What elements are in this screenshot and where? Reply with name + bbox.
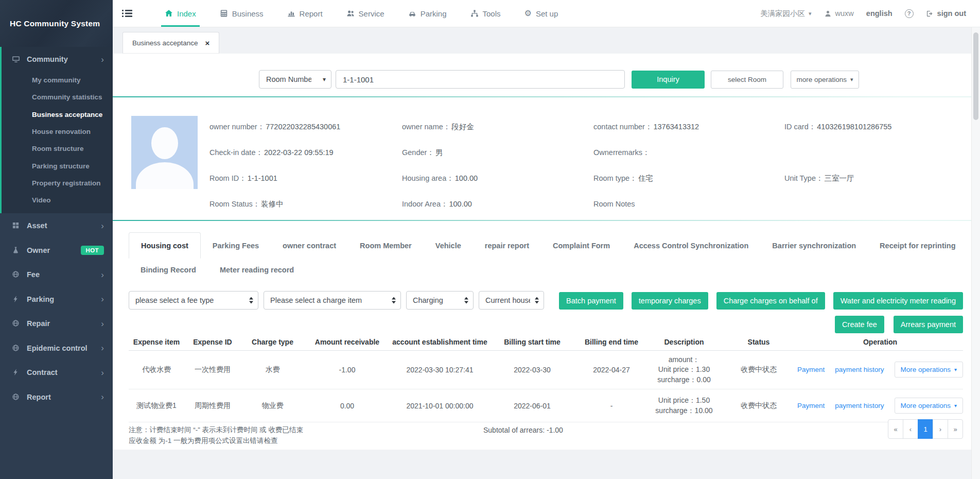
pagination-last[interactable]: » bbox=[948, 419, 963, 439]
charge-on-behalf-button[interactable]: Charge charges on behalf of bbox=[716, 292, 825, 310]
nav-parking[interactable]: Parking bbox=[396, 0, 459, 27]
inquiry-button[interactable]: Inquiry bbox=[632, 71, 705, 89]
sidebar-item-video[interactable]: Video bbox=[0, 192, 113, 209]
row-more-operations-button[interactable]: More operations ▾ bbox=[895, 398, 964, 414]
field-id-card: ID card：410326198101286755 bbox=[784, 122, 891, 132]
help-icon[interactable]: ? bbox=[905, 9, 914, 18]
info-spacer bbox=[784, 147, 891, 158]
tab-access-control-sync[interactable]: Access Control Synchronization bbox=[622, 232, 760, 259]
fee-type-select[interactable]: please select a fee type bbox=[129, 291, 258, 310]
tab-complaint-form[interactable]: Complaint Form bbox=[541, 232, 622, 259]
user-menu[interactable]: wuxw bbox=[824, 9, 854, 18]
scrollbar-thumb[interactable] bbox=[973, 32, 978, 120]
charging-select[interactable]: Charging bbox=[406, 291, 474, 310]
field-owner-name: owner name：段好金 bbox=[402, 122, 593, 132]
sidebar-item-house-renovation[interactable]: House renovation bbox=[0, 123, 113, 140]
sign-out-button[interactable]: sign out bbox=[926, 9, 966, 18]
nav-index[interactable]: Index bbox=[153, 0, 208, 27]
nav-business[interactable]: Business bbox=[208, 0, 275, 27]
tab-parking-fees[interactable]: Parking Fees bbox=[201, 232, 271, 259]
sidebar-item-room-structure[interactable]: Room structure bbox=[0, 140, 113, 157]
sidebar-item-contract[interactable]: Contract › bbox=[0, 360, 113, 385]
monitor-icon bbox=[12, 55, 20, 63]
meter-reading-button[interactable]: Water and electricity meter reading bbox=[833, 292, 963, 310]
tab-repair-report[interactable]: repair report bbox=[473, 232, 541, 259]
arrears-subtotal: Subtotal of arrears: -1.00 bbox=[483, 426, 563, 434]
col-operation: Operation bbox=[797, 334, 963, 350]
car-icon bbox=[408, 9, 416, 18]
payment-history-link[interactable]: payment history bbox=[835, 366, 884, 373]
pagination-page-1[interactable]: 1 bbox=[918, 419, 933, 439]
sidebar-item-asset[interactable]: Asset › bbox=[0, 213, 113, 238]
arrears-payment-button[interactable]: Arrears payment bbox=[894, 316, 963, 333]
open-tabs-strip: Business acceptance × bbox=[113, 27, 980, 54]
sidebar-item-repair[interactable]: Repair › bbox=[0, 311, 113, 336]
sidebar-item-parking-structure[interactable]: Parking structure bbox=[0, 157, 113, 174]
sidebar-item-my-community[interactable]: My community bbox=[0, 72, 113, 89]
tab-owner-contract[interactable]: owner contract bbox=[271, 232, 348, 259]
tab-room-member[interactable]: Room Member bbox=[348, 232, 424, 259]
payment-link[interactable]: Payment bbox=[797, 366, 825, 373]
gear-icon: ⚙ bbox=[524, 9, 532, 18]
sidebar-item-parking[interactable]: Parking › bbox=[0, 287, 113, 312]
caret-down-icon: ▾ bbox=[954, 367, 957, 372]
tab-business-acceptance[interactable]: Business acceptance × bbox=[122, 32, 219, 54]
topbar-right: 美满家园小区 ▾ wuxw english ? sign out bbox=[760, 9, 980, 19]
community-selector[interactable]: 美满家园小区 ▾ bbox=[760, 9, 812, 19]
charge-item-select[interactable]: Please select a charge item bbox=[264, 291, 401, 310]
sidebar-item-owner[interactable]: Owner HOT bbox=[0, 238, 113, 263]
tab-vehicle[interactable]: Vehicle bbox=[424, 232, 473, 259]
sidebar-item-community[interactable]: Community › bbox=[0, 47, 113, 72]
payment-history-link[interactable]: payment history bbox=[835, 402, 884, 409]
more-operations-button[interactable]: more operations ▾ bbox=[791, 71, 859, 89]
row-more-operations-button[interactable]: More operations ▾ bbox=[895, 362, 964, 378]
nav-tools[interactable]: Tools bbox=[459, 0, 513, 27]
payment-link[interactable]: Payment bbox=[797, 402, 825, 409]
sidebar-item-epidemic-control[interactable]: Epidemic control › bbox=[0, 336, 113, 361]
globe-icon bbox=[12, 319, 20, 328]
sidebar-item-business-acceptance[interactable]: Business acceptance bbox=[0, 106, 113, 123]
select-room-button[interactable]: select Room bbox=[711, 71, 783, 89]
language-switch[interactable]: english bbox=[866, 9, 892, 18]
nav-service[interactable]: Service bbox=[335, 0, 396, 27]
tab-barrier-sync[interactable]: Barrier synchronization bbox=[760, 232, 868, 259]
caret-down-icon: ▾ bbox=[809, 10, 812, 17]
pagination-prev[interactable]: ‹ bbox=[903, 419, 918, 439]
tab-housing-cost[interactable]: Housing cost bbox=[129, 232, 201, 259]
sidebar-item-property-registration[interactable]: Property registration bbox=[0, 175, 113, 192]
pagination-first[interactable]: « bbox=[888, 419, 903, 439]
sidebar-item-community-statistics[interactable]: Community statistics bbox=[0, 89, 113, 106]
detail-tabs-row-1: Housing cost Parking Fees owner contract… bbox=[129, 232, 963, 259]
select-arrows-icon bbox=[535, 297, 539, 304]
bar-chart-icon bbox=[287, 9, 295, 18]
user-icon bbox=[824, 10, 832, 18]
pagination-next[interactable]: › bbox=[933, 419, 948, 439]
chevron-right-icon: › bbox=[101, 344, 104, 352]
temporary-charges-button[interactable]: temporary charges bbox=[632, 292, 708, 310]
close-icon[interactable]: × bbox=[205, 39, 210, 47]
batch-payment-button[interactable]: Batch payment bbox=[559, 292, 623, 310]
divider bbox=[113, 96, 971, 97]
search-field-select[interactable]: Room Number ▾ bbox=[259, 70, 331, 89]
sitemap-icon bbox=[470, 9, 479, 18]
table-row: 代收水费 一次性费用 水费 -1.00 2022-03-30 10:27:41 … bbox=[129, 350, 963, 389]
sidebar-item-fee[interactable]: Fee › bbox=[0, 262, 113, 287]
home-icon bbox=[165, 9, 173, 18]
tab-binding-record[interactable]: Binding Record bbox=[129, 259, 208, 281]
create-fee-button[interactable]: Create fee bbox=[835, 316, 884, 333]
select-arrows-icon bbox=[249, 297, 253, 304]
tab-meter-reading-record[interactable]: Meter reading record bbox=[208, 259, 306, 281]
col-billing-end: Billing end time bbox=[575, 334, 648, 350]
tab-receipt-reprinting[interactable]: Receipt for reprinting bbox=[868, 232, 967, 259]
house-select[interactable]: Current house bbox=[479, 291, 544, 310]
fee-filters: please select a fee type Please select a… bbox=[129, 291, 544, 310]
room-number-input[interactable] bbox=[336, 70, 625, 89]
scrollbar-track[interactable] bbox=[971, 27, 980, 479]
field-unit-type: Unit Type：三室一厅 bbox=[784, 173, 891, 183]
bolt-icon bbox=[12, 368, 20, 377]
select-arrows-icon bbox=[464, 297, 468, 304]
sidebar-toggle-icon[interactable] bbox=[122, 9, 132, 18]
sidebar-item-report[interactable]: Report › bbox=[0, 385, 113, 409]
nav-set-up[interactable]: ⚙ Set up bbox=[513, 0, 570, 27]
nav-report[interactable]: Report bbox=[275, 0, 335, 27]
